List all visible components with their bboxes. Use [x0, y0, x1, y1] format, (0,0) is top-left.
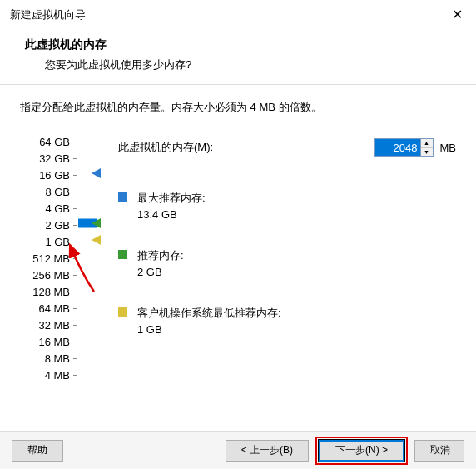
scale-tick-label: 4 GB	[45, 202, 70, 215]
spin-down-icon[interactable]: ▼	[421, 148, 433, 157]
scale-tick-label: 32 GB	[39, 152, 70, 165]
scale-tick-label: 2 GB	[45, 219, 70, 232]
memory-scale: 64 GB32 GB16 GB8 GB4 GB2 GB1 GB512 MB256…	[20, 138, 77, 380]
max-label: 最大推荐内存:	[137, 190, 206, 207]
scale-tick-label: 16 MB	[38, 336, 70, 348]
memory-input[interactable]	[375, 139, 420, 156]
scale-tick-label: 128 MB	[32, 286, 70, 298]
memory-input-wrapper: ▲ ▼	[374, 138, 434, 157]
help-button[interactable]: 帮助	[12, 440, 63, 462]
min-value: 1 GB	[137, 322, 281, 338]
square-icon	[118, 192, 127, 202]
scale-tick-label: 64 GB	[39, 136, 70, 148]
scale-markers	[77, 138, 110, 380]
rec-memory-info: 推荐内存: 2 GB	[118, 247, 456, 280]
memory-spinner: ▲ ▼	[420, 139, 433, 156]
spin-up-icon[interactable]: ▲	[421, 139, 433, 148]
titlebar: 新建虚拟机向导 ✕	[0, 0, 476, 29]
memory-input-row: 此虚拟机的内存(M): ▲ ▼ MB	[118, 138, 456, 157]
memory-unit: MB	[440, 142, 457, 154]
next-button-highlight: 下一步(N) >	[315, 437, 408, 465]
memory-config-area: 64 GB32 GB16 GB8 GB4 GB2 GB1 GB512 MB256…	[20, 138, 456, 380]
max-marker-icon	[92, 168, 101, 178]
close-icon[interactable]: ✕	[449, 7, 466, 22]
min-memory-info: 客户机操作系统最低推荐内存: 1 GB	[118, 305, 456, 337]
window-title: 新建虚拟机向导	[10, 7, 86, 22]
scale-tick-label: 64 MB	[38, 302, 70, 315]
max-value: 13.4 GB	[137, 207, 206, 223]
header-title: 此虚拟机的内存	[25, 37, 451, 52]
scale-tick-label: 8 GB	[45, 186, 70, 198]
scale-tick-label: 4 MB	[45, 369, 70, 382]
scale-tick-label: 256 MB	[32, 269, 70, 282]
back-button[interactable]: < 上一步(B)	[226, 440, 309, 462]
wizard-header: 此虚拟机的内存 您要为此虚拟机使用多少内存?	[0, 29, 476, 85]
square-icon	[118, 250, 127, 259]
square-icon	[118, 307, 127, 317]
min-marker-icon	[92, 235, 101, 245]
header-subtitle: 您要为此虚拟机使用多少内存?	[25, 57, 451, 72]
scale-tick-label: 32 MB	[38, 319, 70, 332]
rec-value: 2 GB	[137, 264, 184, 281]
scale-tick-label: 512 MB	[32, 252, 70, 265]
memory-label: 此虚拟机的内存(M):	[118, 140, 213, 155]
footer: 帮助 < 上一步(B) 下一步(N) > 取消	[0, 431, 476, 469]
next-button[interactable]: 下一步(N) >	[319, 440, 404, 462]
min-label: 客户机操作系统最低推荐内存:	[137, 305, 281, 322]
right-panel: 此虚拟机的内存(M): ▲ ▼ MB 最大推荐内存: 13.4 GB	[77, 138, 456, 380]
rec-marker-icon	[92, 218, 101, 228]
instruction-text: 指定分配给此虚拟机的内存量。内存大小必须为 4 MB 的倍数。	[20, 100, 456, 115]
scale-tick-label: 1 GB	[45, 236, 70, 248]
rec-label: 推荐内存:	[137, 247, 184, 264]
scale-tick-label: 16 GB	[39, 169, 70, 182]
cancel-button[interactable]: 取消	[414, 440, 464, 462]
scale-tick-label: 8 MB	[45, 352, 70, 365]
max-memory-info: 最大推荐内存: 13.4 GB	[118, 190, 456, 222]
content-area: 指定分配给此虚拟机的内存量。内存大小必须为 4 MB 的倍数。 64 GB32 …	[0, 85, 476, 388]
